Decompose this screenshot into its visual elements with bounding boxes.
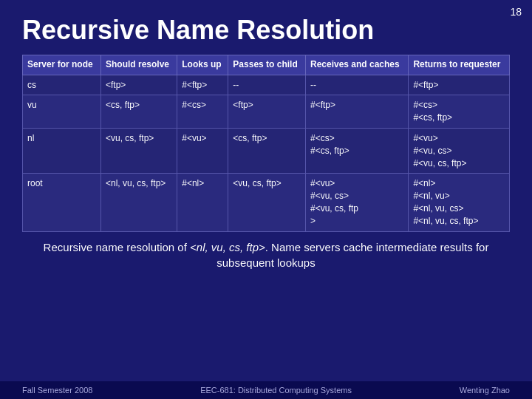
table-cell: #<ftp>: [305, 95, 408, 129]
resolution-table: Server for node Should resolve Looks up …: [22, 55, 510, 232]
col-header-server: Server for node: [23, 55, 101, 75]
slide: 18 Recursive Name Resolution Server for …: [0, 0, 532, 399]
table-cell: <ftp>: [228, 95, 306, 129]
table-cell: #<cs> #<cs, ftp>: [305, 128, 408, 173]
table-cell: --: [305, 75, 408, 95]
footer-left: Fall Semester 2008: [22, 386, 92, 395]
table-cell: <cs, ftp>: [101, 95, 177, 129]
table-row: root<nl, vu, cs, ftp>#<nl><vu, cs, ftp>#…: [23, 174, 510, 231]
table-cell: #<vu>: [177, 128, 228, 173]
table-header-row: Server for node Should resolve Looks up …: [23, 55, 510, 75]
table-cell: #<vu> #<vu, cs> #<vu, cs, ftp>: [409, 128, 510, 173]
footer-center: EEC-681: Distributed Computing Systems: [200, 386, 352, 395]
col-header-receives: Receives and caches: [305, 55, 408, 75]
table-cell: <ftp>: [101, 75, 177, 95]
footer-right: Wenting Zhao: [460, 386, 510, 395]
table-cell: <vu, cs, ftp>: [228, 174, 306, 231]
table-row: nl<vu, cs, ftp>#<vu><cs, ftp>#<cs> #<cs,…: [23, 128, 510, 173]
table-row: cs<ftp>#<ftp>----#<ftp>: [23, 75, 510, 95]
col-header-returns: Returns to requester: [409, 55, 510, 75]
table-cell: #<nl>: [177, 174, 228, 231]
table-cell: --: [228, 75, 306, 95]
table-cell: <nl, vu, cs, ftp>: [101, 174, 177, 231]
table-cell: <cs, ftp>: [228, 128, 306, 173]
footer-note: Recursive name resolution of <nl, vu, cs…: [22, 239, 510, 270]
slide-number: 18: [510, 6, 522, 18]
table-cell: cs: [23, 75, 101, 95]
table-cell: <vu, cs, ftp>: [101, 128, 177, 173]
table-cell: #<nl> #<nl, vu> #<nl, vu, cs> #<nl, vu, …: [409, 174, 510, 231]
table-cell: #<cs> #<cs, ftp>: [409, 95, 510, 129]
table-cell: vu: [23, 95, 101, 129]
footer-bar: Fall Semester 2008 EEC-681: Distributed …: [0, 381, 532, 399]
table-cell: #<cs>: [177, 95, 228, 129]
table-cell: #<vu> #<vu, cs> #<vu, cs, ftp >: [305, 174, 408, 231]
slide-title: Recursive Name Resolution: [22, 15, 510, 46]
table-cell: #<ftp>: [409, 75, 510, 95]
table-cell: root: [23, 174, 101, 231]
col-header-should-resolve: Should resolve: [101, 55, 177, 75]
table-row: vu<cs, ftp>#<cs><ftp>#<ftp>#<cs> #<cs, f…: [23, 95, 510, 129]
table-cell: #<ftp>: [177, 75, 228, 95]
col-header-looks-up: Looks up: [177, 55, 228, 75]
table-cell: nl: [23, 128, 101, 173]
col-header-passes-to: Passes to child: [228, 55, 306, 75]
